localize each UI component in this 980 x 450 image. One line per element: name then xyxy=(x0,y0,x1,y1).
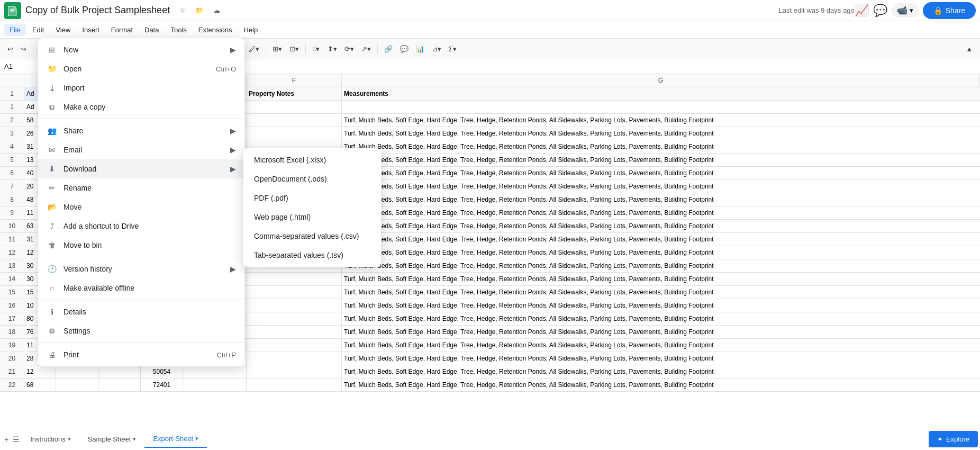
tab-sample-sheet[interactable]: Sample Sheet ▾ xyxy=(79,431,145,447)
cell[interactable]: 72401 xyxy=(141,379,183,391)
wrap-button[interactable]: ⟳▾ xyxy=(341,43,357,55)
cell[interactable] xyxy=(98,365,141,378)
share-button[interactable]: 🔒 Share xyxy=(923,2,976,19)
menu-view[interactable]: View xyxy=(50,24,76,36)
fm-details[interactable]: ℹ Details xyxy=(38,302,244,321)
cell[interactable]: 68 xyxy=(24,379,56,391)
cell[interactable] xyxy=(342,101,980,113)
fm-offline[interactable]: ○ Make available offline xyxy=(38,278,244,298)
chart-button-tb[interactable]: 📊 xyxy=(413,43,428,55)
undo-button[interactable]: ↩ xyxy=(4,43,16,55)
comment-icon[interactable]: 💬 xyxy=(873,4,887,17)
cell[interactable]: Turf, Mulch Beds, Soft Edge, Hard Edge, … xyxy=(342,193,980,206)
cell[interactable] xyxy=(247,326,342,338)
redo-button[interactable]: ↪ xyxy=(17,43,30,55)
cell[interactable]: Turf, Mulch Beds, Soft Edge, Hard Edge, … xyxy=(342,286,980,299)
cell[interactable] xyxy=(247,101,342,113)
cell[interactable]: Turf, Mulch Beds, Soft Edge, Hard Edge, … xyxy=(342,167,980,179)
cell[interactable]: Turf, Mulch Beds, Soft Edge, Hard Edge, … xyxy=(342,365,980,378)
cell[interactable]: Turf, Mulch Beds, Soft Edge, Hard Edge, … xyxy=(342,114,980,127)
col-header-f[interactable]: F xyxy=(247,74,342,87)
cell[interactable]: Turf, Mulch Beds, Soft Edge, Hard Edge, … xyxy=(342,220,980,232)
function-button[interactable]: Σ▾ xyxy=(446,43,460,55)
dm-html[interactable]: Web page (.html) xyxy=(243,208,381,227)
cell[interactable]: Turf, Mulch Beds, Soft Edge, Hard Edge, … xyxy=(342,273,980,285)
tab-instructions[interactable]: Instructions ▾ xyxy=(22,431,79,447)
dm-excel[interactable]: Microsoft Excel (.xlsx) xyxy=(243,150,381,169)
cell[interactable] xyxy=(247,286,342,299)
cell[interactable]: Turf, Mulch Beds, Soft Edge, Hard Edge, … xyxy=(342,154,980,166)
cell[interactable] xyxy=(56,379,98,391)
all-sheets-button[interactable]: ☰ xyxy=(11,431,22,448)
cell[interactable] xyxy=(247,365,342,378)
col-header-g[interactable]: G xyxy=(342,74,980,87)
cell[interactable] xyxy=(247,299,342,312)
cell-g1[interactable]: Measurements xyxy=(342,87,980,100)
cell[interactable]: Turf, Mulch Beds, Soft Edge, Hard Edge, … xyxy=(342,127,980,140)
meet-button[interactable]: 📹 ▾ xyxy=(892,3,919,17)
rotate-button[interactable]: ↗▾ xyxy=(358,43,374,55)
cell[interactable] xyxy=(247,273,342,285)
star-icon[interactable]: ☆ xyxy=(176,4,189,17)
fm-import[interactable]: ⤓ Import xyxy=(38,78,244,97)
fm-download[interactable]: ⬇ Download ▶ xyxy=(38,159,244,178)
fm-move-bin[interactable]: 🗑 Move to bin xyxy=(38,236,244,255)
fm-settings[interactable]: ⚙ Settings xyxy=(38,321,244,340)
menu-file[interactable]: File xyxy=(4,24,26,36)
link-button[interactable]: 🔗 xyxy=(381,43,396,55)
dm-pdf[interactable]: PDF (.pdf) xyxy=(243,188,381,208)
fm-print[interactable]: 🖨 Print Ctrl+P xyxy=(38,345,244,364)
cell[interactable]: Turf, Mulch Beds, Soft Edge, Hard Edge, … xyxy=(342,339,980,352)
cell[interactable]: Turf, Mulch Beds, Soft Edge, Hard Edge, … xyxy=(342,140,980,153)
tab-export-sheet[interactable]: Export-Sheet ▾ xyxy=(144,430,207,448)
cell[interactable]: Turf, Mulch Beds, Soft Edge, Hard Edge, … xyxy=(342,352,980,365)
chart-icon[interactable]: 📈 xyxy=(855,4,869,17)
cell[interactable] xyxy=(247,352,342,365)
dm-csv[interactable]: Comma-separated values (.csv) xyxy=(243,227,381,246)
dm-tsv[interactable]: Tab-separated values (.tsv) xyxy=(243,246,381,265)
hide-toolbar-button[interactable]: ▲ xyxy=(963,43,976,55)
cell[interactable]: Turf, Mulch Beds, Soft Edge, Hard Edge, … xyxy=(342,206,980,219)
cell[interactable]: Turf, Mulch Beds, Soft Edge, Hard Edge, … xyxy=(342,312,980,325)
cell[interactable]: Turf, Mulch Beds, Soft Edge, Hard Edge, … xyxy=(342,246,980,259)
comment-button-tb[interactable]: 💬 xyxy=(397,43,412,55)
fm-share[interactable]: 👥 Share ▶ xyxy=(38,121,244,140)
cell[interactable] xyxy=(183,379,247,391)
fm-new[interactable]: ⊞ New ▶ xyxy=(38,40,244,59)
cell[interactable]: Turf, Mulch Beds, Soft Edge, Hard Edge, … xyxy=(342,180,980,193)
menu-format[interactable]: Format xyxy=(106,24,138,36)
menu-extensions[interactable]: Extensions xyxy=(193,24,238,36)
cell-reference-input[interactable] xyxy=(0,59,42,74)
cell-f1[interactable]: Property Notes xyxy=(247,87,342,100)
filter-button[interactable]: ⊿▾ xyxy=(429,43,444,55)
cell[interactable]: Turf, Mulch Beds, Soft Edge, Hard Edge, … xyxy=(342,326,980,338)
cell[interactable]: Turf, Mulch Beds, Soft Edge, Hard Edge, … xyxy=(342,379,980,391)
cell[interactable] xyxy=(56,365,98,378)
cell[interactable] xyxy=(247,127,342,140)
valign-button[interactable]: ⬍▾ xyxy=(324,43,340,55)
menu-edit[interactable]: Edit xyxy=(27,24,49,36)
cell[interactable] xyxy=(247,312,342,325)
cell[interactable]: Turf, Mulch Beds, Soft Edge, Hard Edge, … xyxy=(342,259,980,272)
fm-copy[interactable]: ⧉ Make a copy xyxy=(38,97,244,116)
merge-button[interactable]: ⊡▾ xyxy=(286,43,302,55)
cell[interactable] xyxy=(247,114,342,127)
fm-move[interactable]: 📂 Move xyxy=(38,197,244,217)
dm-ods[interactable]: OpenDocument (.ods) xyxy=(243,169,381,188)
cell[interactable] xyxy=(183,365,247,378)
fm-version-history[interactable]: 🕐 Version history ▶ xyxy=(38,259,244,278)
fm-open[interactable]: 📁 Open Ctrl+O xyxy=(38,59,244,78)
add-sheet-button[interactable]: + xyxy=(2,431,11,448)
folder-icon[interactable]: 📁 xyxy=(193,4,206,17)
cloud-icon[interactable]: ☁ xyxy=(210,4,223,17)
fm-rename[interactable]: ✏ Rename xyxy=(38,178,244,197)
menu-help[interactable]: Help xyxy=(238,24,263,36)
cell[interactable]: 50054 xyxy=(141,365,183,378)
cell[interactable]: Turf, Mulch Beds, Soft Edge, Hard Edge, … xyxy=(342,233,980,246)
cell[interactable]: Turf, Mulch Beds, Soft Edge, Hard Edge, … xyxy=(342,299,980,312)
fm-email[interactable]: ✉ Email ▶ xyxy=(38,140,244,159)
menu-insert[interactable]: Insert xyxy=(77,24,105,36)
cell[interactable]: 12 xyxy=(24,365,56,378)
menu-tools[interactable]: Tools xyxy=(165,24,192,36)
explore-button[interactable]: ✦ Explore xyxy=(929,431,978,447)
